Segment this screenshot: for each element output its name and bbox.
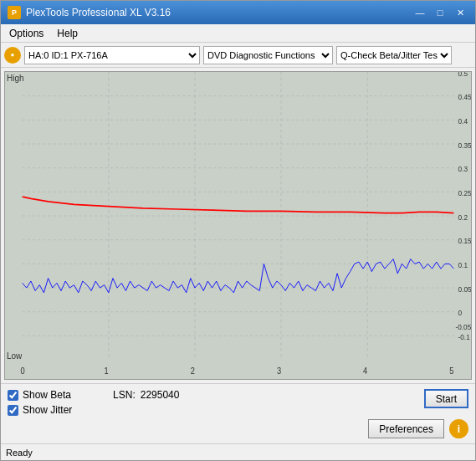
title-bar-controls: — □ ✕ bbox=[412, 5, 468, 20]
svg-text:0.3: 0.3 bbox=[458, 165, 468, 174]
svg-text:0.15: 0.15 bbox=[458, 237, 471, 246]
app-icon-label: P bbox=[12, 8, 17, 17]
app-icon: P bbox=[8, 6, 21, 19]
svg-text:3: 3 bbox=[277, 366, 282, 376]
bottom-controls: Show Beta LSN: 2295040 Show Jitter Start… bbox=[1, 383, 475, 443]
show-jitter-checkbox[interactable] bbox=[8, 405, 18, 416]
menu-help[interactable]: Help bbox=[52, 26, 83, 41]
close-button[interactable]: ✕ bbox=[452, 5, 468, 20]
status-text: Ready bbox=[6, 448, 33, 458]
svg-text:0.5: 0.5 bbox=[458, 72, 468, 78]
lsn-label: LSN: bbox=[113, 389, 136, 401]
svg-text:0.4: 0.4 bbox=[458, 117, 468, 126]
maximize-button[interactable]: □ bbox=[432, 5, 448, 20]
svg-text:0.35: 0.35 bbox=[458, 141, 471, 150]
svg-text:0.2: 0.2 bbox=[458, 213, 468, 222]
svg-text:1: 1 bbox=[105, 366, 109, 376]
minimize-button[interactable]: — bbox=[412, 5, 428, 20]
menu-options[interactable]: Options bbox=[4, 26, 49, 41]
lsn-info: LSN: 2295040 bbox=[113, 389, 179, 401]
svg-text:5: 5 bbox=[449, 366, 454, 376]
svg-text:0.45: 0.45 bbox=[458, 93, 471, 102]
svg-text:0.05: 0.05 bbox=[458, 284, 471, 294]
svg-text:2: 2 bbox=[191, 366, 195, 376]
chart-label-high: High bbox=[7, 74, 24, 83]
chart-svg: 0.5 0.45 0.4 0.35 0.3 0.25 0.2 0.15 0.1 … bbox=[5, 72, 471, 379]
window-title: PlexTools Professional XL V3.16 bbox=[26, 7, 171, 18]
drive-icon: ● bbox=[4, 47, 21, 64]
svg-text:4: 4 bbox=[363, 366, 368, 376]
toolbar: ● HA:0 ID:1 PX-716A DVD Diagnostic Funct… bbox=[1, 43, 475, 68]
start-button[interactable]: Start bbox=[424, 389, 468, 408]
svg-text:0: 0 bbox=[21, 366, 26, 376]
title-bar: P PlexTools Professional XL V3.16 — □ ✕ bbox=[1, 1, 475, 24]
chart-label-low: Low bbox=[7, 351, 22, 361]
svg-text:0.25: 0.25 bbox=[458, 189, 471, 198]
svg-text:0.1: 0.1 bbox=[458, 261, 468, 270]
left-controls: Show Beta LSN: 2295040 Show Jitter bbox=[8, 389, 179, 416]
menu-bar: Options Help bbox=[1, 24, 475, 43]
function-select[interactable]: DVD Diagnostic Functions bbox=[203, 46, 333, 64]
svg-text:-0.1: -0.1 bbox=[458, 333, 470, 342]
preferences-button[interactable]: Preferences bbox=[368, 419, 444, 438]
test-select[interactable]: Q-Check Beta/Jitter Test bbox=[336, 46, 452, 64]
controls-section: Show Beta LSN: 2295040 Show Jitter Start bbox=[8, 389, 468, 416]
svg-text:0: 0 bbox=[458, 309, 463, 318]
svg-text:-0.05: -0.05 bbox=[455, 323, 471, 332]
right-controls: Start bbox=[424, 389, 468, 408]
show-beta-label: Show Beta bbox=[23, 389, 71, 401]
show-jitter-checkbox-item: Show Jitter bbox=[8, 404, 179, 416]
chart-area: High Low 0.5 0.45 0.4 0 bbox=[4, 71, 472, 380]
info-button[interactable]: i bbox=[449, 419, 468, 438]
status-bar: Ready bbox=[1, 443, 475, 460]
buttons-row: Preferences i bbox=[8, 419, 468, 438]
lsn-value: 2295040 bbox=[141, 389, 180, 401]
show-jitter-label: Show Jitter bbox=[23, 404, 72, 416]
main-window: P PlexTools Professional XL V3.16 — □ ✕ … bbox=[0, 0, 476, 461]
drive-select[interactable]: HA:0 ID:1 PX-716A bbox=[24, 46, 200, 64]
title-bar-left: P PlexTools Professional XL V3.16 bbox=[8, 6, 171, 19]
show-beta-checkbox-item: Show Beta bbox=[8, 389, 71, 401]
show-beta-checkbox[interactable] bbox=[8, 390, 18, 401]
